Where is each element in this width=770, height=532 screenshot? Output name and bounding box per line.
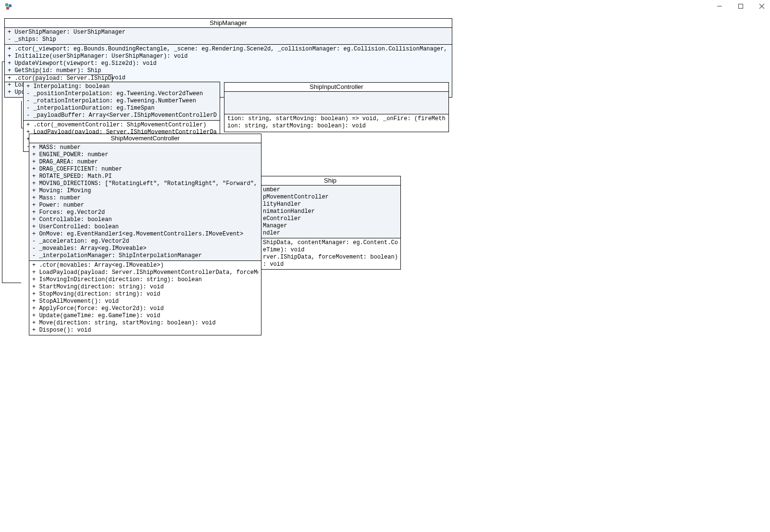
edge bbox=[21, 101, 22, 128]
method: + StartMoving(direction: string): void bbox=[32, 284, 258, 291]
method: + .ctor(movables: Array<eg.IMoveable>) bbox=[32, 262, 258, 269]
attr: + Controllable: boolean bbox=[32, 216, 258, 223]
attr: - _interpolationManager: ShipInterpolati… bbox=[32, 252, 258, 260]
method: ion: string, startMoving: boolean): void bbox=[227, 123, 446, 130]
attr: - _payloadBuffer: Array<Server.IShipMove… bbox=[26, 112, 217, 119]
method: + StopMoving(direction: string): void bbox=[32, 291, 258, 298]
attr: + DRAG_COEFFICIENT: number bbox=[32, 166, 258, 173]
class-attributes: + MASS: number + ENGINE_POWER: number + … bbox=[29, 143, 261, 261]
method: + UpdateViewport(viewport: eg.Size2d): v… bbox=[8, 60, 449, 67]
minimize-icon[interactable] bbox=[716, 3, 723, 10]
maximize-icon[interactable] bbox=[737, 3, 744, 10]
attr: + ENGINE_POWER: number bbox=[32, 151, 258, 159]
class-title: ShipMovementController bbox=[29, 134, 261, 143]
attr: pMovementController bbox=[263, 194, 397, 201]
svg-rect-4 bbox=[739, 4, 743, 9]
method: + Update(gameTime: eg.GameTime): void bbox=[32, 312, 258, 320]
class-methods: ShipData, contentManager: eg.Content.Con… bbox=[260, 238, 400, 269]
method: + .ctor(_movementController: ShipMovemen… bbox=[26, 122, 217, 129]
attr: umber bbox=[263, 186, 397, 194]
method: + GetShip(id: number): Ship bbox=[8, 67, 449, 74]
method: + Initialize(userShipManager: UserShipMa… bbox=[8, 53, 449, 60]
attr: + Mass: number bbox=[32, 195, 258, 202]
attr: ndler bbox=[263, 230, 397, 237]
ship-class[interactable]: Ship umber pMovementController lityHandl… bbox=[260, 176, 401, 270]
class-title: Ship bbox=[260, 176, 400, 186]
class-attributes bbox=[224, 92, 448, 114]
method: + .ctor(_viewport: eg.Bounds.BoundingRec… bbox=[8, 46, 449, 53]
class-methods: + .ctor(movables: Array<eg.IMoveable>) +… bbox=[29, 261, 261, 335]
method: : void bbox=[263, 261, 397, 268]
method: + Dispose(): void bbox=[32, 327, 258, 334]
class-attributes: + UserShipManager: UserShipManager - _sh… bbox=[5, 28, 452, 45]
attr: lityHandler bbox=[263, 201, 397, 208]
attr: - _interpolationDuration: eg.TimeSpan bbox=[26, 105, 217, 112]
class-title: ShipInputController bbox=[224, 83, 448, 92]
attr: eController bbox=[263, 215, 397, 223]
attr: - _moveables: Array<eg.IMoveable> bbox=[32, 245, 258, 252]
attr: + DRAG_AREA: number bbox=[32, 159, 258, 166]
class-attributes: + Interpolating: boolean - _positionInte… bbox=[24, 82, 220, 121]
window-controls bbox=[716, 3, 765, 10]
method: + StopAllMovement(): void bbox=[32, 298, 258, 305]
attr: - _acceleration: eg.Vector2d bbox=[32, 238, 258, 245]
class-attributes: umber pMovementController lityHandler ni… bbox=[260, 186, 400, 238]
attr: + ROTATE_SPEED: Math.PI bbox=[32, 173, 258, 180]
method: ShipData, contentManager: eg.Content.Con… bbox=[263, 239, 397, 247]
method: + LoadPayload(payload: Server.IShipMovem… bbox=[32, 269, 258, 276]
attr: + Interpolating: boolean bbox=[26, 83, 217, 90]
attr: + UserControlled: boolean bbox=[32, 223, 258, 231]
diagram-canvas: ShipManager + UserShipManager: UserShipM… bbox=[2, 14, 768, 530]
method: eTime): void bbox=[263, 247, 397, 254]
attr: + MASS: number bbox=[32, 144, 258, 151]
shipmovementcontroller-class[interactable]: ShipMovementController + MASS: number + … bbox=[29, 134, 261, 335]
class-title: ShipManager bbox=[5, 19, 452, 28]
close-icon[interactable] bbox=[758, 3, 765, 10]
method: + IsMovingInDirection(direction: string)… bbox=[32, 276, 258, 284]
method: + .ctor(payload: Server.IShipData) bbox=[5, 75, 112, 82]
attr: + Forces: eg.Vector2d bbox=[32, 209, 258, 216]
method: rver.IShipData, forceMovement: boolean):… bbox=[263, 254, 397, 261]
method: tion: string, startMoving: boolean) => v… bbox=[227, 115, 446, 123]
attr: - _positionInterpolation: eg.Tweening.Ve… bbox=[26, 90, 217, 98]
shipinputcontroller-class[interactable]: ShipInputController tion: string, startM… bbox=[224, 82, 449, 132]
attr: nimationHandler bbox=[263, 208, 397, 215]
svg-rect-0 bbox=[5, 3, 8, 6]
attr: - _ships: Ship bbox=[8, 36, 449, 43]
method: + Move(direction: string, startMoving: b… bbox=[32, 320, 258, 327]
class-methods: tion: string, startMoving: boolean) => v… bbox=[224, 114, 448, 132]
method: + ApplyForce(force: eg.Vector2d): void bbox=[32, 305, 258, 312]
edge bbox=[2, 62, 2, 283]
attr: + UserShipManager: UserShipManager bbox=[8, 29, 449, 36]
attr: + OnMove: eg.EventHandler1<eg.MovementCo… bbox=[32, 231, 258, 238]
attr: - _rotationInterpolation: eg.Tweening.Nu… bbox=[26, 98, 217, 105]
svg-rect-2 bbox=[6, 7, 9, 10]
app-icon bbox=[5, 3, 12, 11]
attr: + MOVING_DIRECTIONS: ["RotatingLeft", "R… bbox=[32, 180, 258, 187]
ctor-strip[interactable]: + .ctor(payload: Server.IShipData) bbox=[4, 74, 112, 82]
attr: Manager bbox=[263, 223, 397, 230]
attr: + Moving: IMoving bbox=[32, 187, 258, 195]
edge bbox=[2, 283, 21, 283]
attr: + Power: number bbox=[32, 202, 258, 209]
